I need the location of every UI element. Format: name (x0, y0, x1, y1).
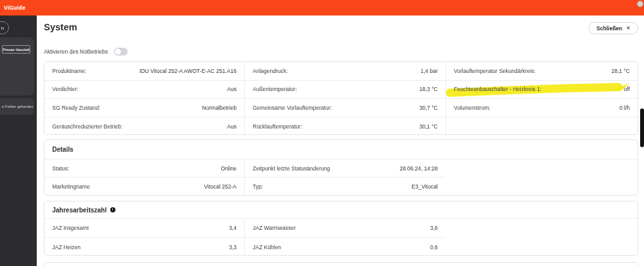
row-label: Volumenstrom: (454, 105, 491, 111)
row-label: JAZ Insgesamt (52, 225, 89, 231)
table-row: Rücklauftemperatur: 30,1 °C (245, 118, 445, 136)
row-value: Vitocal 252-A (204, 183, 237, 190)
close-button-label: Schließen (596, 25, 622, 32)
system-panel: System Schließen ✕ Aktivieren des Notbet… (37, 15, 644, 266)
row-value: 28,1 °C (612, 68, 630, 74)
emergency-mode-toggle[interactable] (114, 48, 128, 56)
row-label: JAZ Heizen (52, 244, 81, 251)
emergency-mode-row: Aktivieren des Notbetriebs (44, 48, 644, 56)
row-value: 0,6 (430, 244, 438, 251)
row-value: IDU Vitocal 252-A AWOT-E-AC 251.A16 (139, 68, 237, 74)
jaz-column-3-empty (445, 219, 638, 256)
row-label: Produktname: (52, 68, 86, 74)
row-value: 28.06.24, 14:28 (400, 165, 438, 172)
table-row: JAZ Heizen 3,3 (44, 238, 244, 256)
table-row-empty (446, 118, 638, 136)
row-value: Aus (227, 123, 237, 130)
table-row: Verdichter: Aus (44, 81, 244, 99)
jaz-card-header: Jahresarbeitszahl i (44, 201, 638, 219)
jaz-card-title: Jahresarbeitszahl (52, 207, 107, 214)
row-value: 0 l/h (620, 105, 630, 111)
household-type-badge: Privater Haushalt (2, 45, 30, 54)
system-status-card: Produktname: IDU Vitocal 252-A AWOT-E-AC… (44, 61, 638, 135)
row-label: Außentemperatur: (253, 86, 297, 92)
table-row: JAZ Kühlen 0,6 (245, 238, 445, 256)
sidebar-back-button[interactable]: n (0, 21, 9, 34)
table-row: Außentemperatur: 18,3 °C (245, 81, 445, 99)
row-value: Online (220, 165, 237, 172)
sidebar-back-button-label: n (1, 25, 4, 31)
errors-found-text: e Fehler gefunden (2, 105, 34, 108)
table-row: JAZ Warmwasser 3,6 (245, 219, 445, 238)
row-label: Typ: (253, 183, 263, 190)
table-row: Zeitpunkt letzte Statusänderung 28.06.24… (245, 159, 445, 178)
row-label: SG Ready Zustand: (52, 105, 101, 111)
row-label: Vorlauftemperatur Sekundärkreis: (454, 68, 536, 74)
details-card-title: Details (44, 140, 638, 159)
jaz-rows: JAZ Insgesamt 3,4 JAZ Heizen 3,3 JAZ War… (44, 219, 638, 256)
table-row: Produktname: IDU Vitocal 252-A AWOT-E-AC… (44, 62, 244, 81)
sidebar-installation-card[interactable]: Privater Haushalt (0, 37, 34, 96)
close-icon: ✕ (626, 25, 630, 31)
row-value: 18,3 °C (420, 86, 438, 92)
status-column-1: Produktname: IDU Vitocal 252-A AWOT-E-AC… (44, 62, 244, 136)
details-column-3-empty (445, 159, 638, 196)
table-row: JAZ Insgesamt 3,4 (44, 219, 244, 238)
next-card-partial (44, 262, 638, 266)
jaz-column-2: JAZ Warmwasser 3,6 JAZ Kühlen 0,6 (244, 219, 445, 256)
row-value: 1,4 bar (421, 68, 438, 74)
top-bar: ViGuide (0, 0, 644, 15)
row-value: Normalbetrieb (202, 105, 237, 111)
row-value: 30,1 °C (420, 123, 438, 130)
row-label: Rücklauftemperatur: (253, 123, 302, 130)
row-label: Geräuschreduzierter Betrieb: (52, 123, 122, 130)
row-label: JAZ Kühlen (253, 244, 281, 251)
toggle-knob (115, 48, 121, 55)
table-row: Anlagendruck: 1,4 bar (245, 62, 445, 81)
panel-titlebar: System Schließen ✕ (37, 15, 644, 34)
row-value: 30,7 °C (420, 105, 438, 111)
table-row: Gemeinsame Vorlauftemperatur: 30,7 °C (245, 99, 445, 118)
table-row: Geräuschreduzierter Betrieb: Aus (44, 118, 244, 136)
row-value: E3_Vitocal (412, 183, 438, 190)
sidebar: n Privater Haushalt e Fehler gefunden (0, 15, 37, 266)
user-avatar-icon[interactable] (637, 1, 643, 7)
table-row: Typ: E3_Vitocal (245, 178, 445, 196)
table-row: Vorlauftemperatur Sekundärkreis: 28,1 °C (446, 62, 638, 81)
sidebar-errors-card[interactable]: e Fehler gefunden (0, 98, 34, 115)
table-row: SG Ready Zustand: Normalbetrieb (44, 99, 244, 118)
emergency-toggle-label: Aktivieren des Notbetriebs (44, 48, 108, 55)
jaz-column-1: JAZ Insgesamt 3,4 JAZ Heizen 3,3 (44, 219, 244, 256)
row-label: Gemeinsame Vorlauftemperatur: (253, 105, 332, 111)
page-title: System (44, 22, 77, 32)
table-row-highlighted: Feuchteanbauschalter - Heizkreis 1: off (446, 81, 638, 99)
row-value: 3,6 (430, 225, 438, 231)
status-column-2: Anlagendruck: 1,4 bar Außentemperatur: 1… (244, 62, 445, 136)
table-row: Status: Online (44, 159, 244, 178)
details-column-2: Zeitpunkt letzte Statusänderung 28.06.24… (244, 159, 445, 196)
details-card: Details Status: Online Marketingname Vit… (44, 139, 638, 196)
brand-logo: ViGuide (4, 5, 25, 11)
info-icon[interactable]: i (110, 207, 115, 212)
jaz-card: Jahresarbeitszahl i JAZ Insgesamt 3,4 JA… (44, 201, 638, 256)
row-label: Marketingname (52, 183, 90, 190)
row-label: JAZ Warmwasser (253, 225, 296, 231)
row-label: Status: (52, 165, 69, 172)
status-column-3: Vorlauftemperatur Sekundärkreis: 28,1 °C… (445, 62, 638, 136)
table-row: Volumenstrom: 0 l/h (446, 99, 638, 118)
row-label: Feuchteanbauschalter - Heizkreis 1: (454, 86, 542, 92)
row-label: Anlagendruck: (253, 68, 288, 74)
row-label: Zeitpunkt letzte Statusänderung (253, 165, 330, 172)
row-value: off (624, 86, 630, 92)
close-button[interactable]: Schließen ✕ (589, 22, 638, 34)
vertical-scrollbar-thumb[interactable] (640, 108, 644, 147)
row-label: Verdichter: (52, 86, 79, 92)
row-value: 3,4 (229, 225, 237, 231)
details-rows: Status: Online Marketingname Vitocal 252… (44, 159, 638, 196)
row-value: Aus (227, 86, 237, 92)
table-row: Marketingname Vitocal 252-A (44, 178, 244, 196)
details-column-1: Status: Online Marketingname Vitocal 252… (44, 159, 244, 196)
row-value: 3,3 (229, 244, 237, 251)
